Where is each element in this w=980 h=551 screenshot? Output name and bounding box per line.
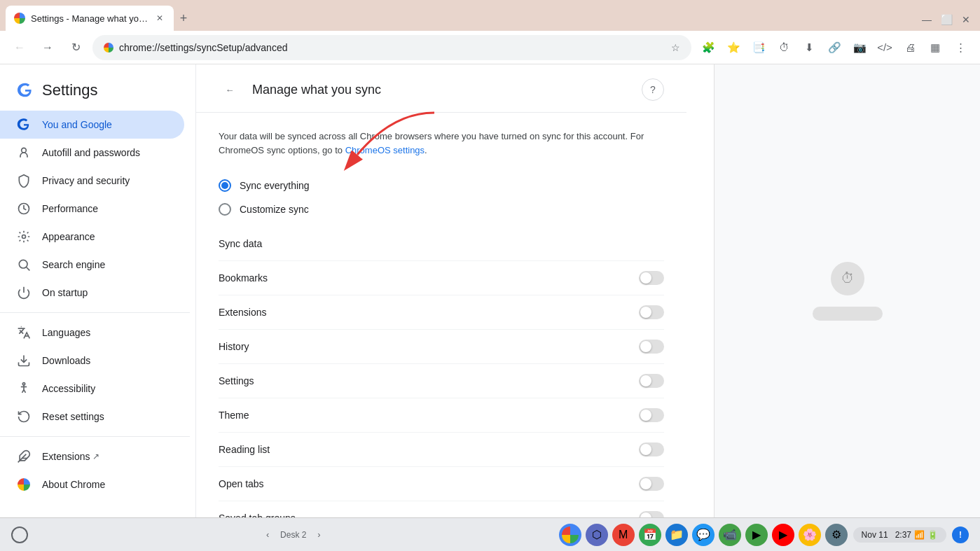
sidebar-item-accessibility[interactable]: Accessibility: [0, 375, 184, 403]
sync-everything-option[interactable]: Sync everything: [219, 174, 664, 197]
sidebar-item-about-chrome[interactable]: About Chrome: [0, 470, 184, 498]
sync-item-extensions: Extensions: [219, 295, 664, 329]
settings-toggle[interactable]: [639, 374, 664, 388]
sidebar-item-you-and-google[interactable]: You and Google: [0, 111, 184, 139]
back-button[interactable]: ←: [219, 78, 241, 101]
sidebar-item-autofill[interactable]: Autofill and passwords: [0, 139, 184, 167]
bookmark-star-icon[interactable]: ⭐: [722, 36, 745, 59]
extensions-toggle[interactable]: [639, 305, 664, 319]
toolbar-icons: 🧩 ⭐ 📑 ⏱ ⬇ 🔗 📷 </> 🖨 ▦ ⋮: [697, 36, 972, 59]
sidebar-icon[interactable]: ▦: [924, 36, 946, 59]
saved-tab-groups-toggle[interactable]: [639, 511, 664, 517]
sidebar-item-on-startup[interactable]: On startup: [0, 279, 184, 307]
customize-sync-radio[interactable]: [219, 203, 231, 216]
sidebar-item-label: Appearance: [42, 231, 95, 242]
sidebar-item-appearance[interactable]: Appearance: [0, 223, 184, 251]
wifi-icon: 📶: [914, 530, 925, 540]
customize-sync-option[interactable]: Customize sync: [219, 197, 664, 221]
reading-list-toggle[interactable]: [639, 442, 664, 456]
menu-icon[interactable]: ⋮: [949, 36, 972, 59]
extensions-icon[interactable]: 🧩: [697, 36, 719, 59]
sidebar-item-languages[interactable]: Languages: [0, 319, 184, 347]
print-icon[interactable]: 🖨: [899, 36, 921, 59]
close-button[interactable]: ✕: [958, 11, 974, 28]
sidebar-item-downloads[interactable]: Downloads: [0, 347, 184, 375]
maximize-button[interactable]: ⬜: [938, 11, 955, 28]
taskbar: ‹ Desk 2 › ⬡ M 📅 📁 💬 📹 ▶ ▶ 🌸 ⚙ Nov 11 2:…: [0, 517, 980, 551]
play-app-icon[interactable]: ▶: [745, 524, 768, 546]
history-toggle[interactable]: [639, 340, 664, 354]
sync-item-history: History: [219, 329, 664, 363]
sidebar-item-label: Autofill and passwords: [42, 147, 140, 158]
battery-icon: 🔋: [927, 530, 938, 540]
extensions-label-group: Extensions ↗: [42, 451, 99, 462]
content-wrapper: Settings You and Google Autofill and pa: [0, 64, 980, 517]
downloads-icon[interactable]: ⬇: [798, 36, 820, 59]
open-tabs-toggle[interactable]: [639, 477, 664, 491]
star-icon[interactable]: ☆: [671, 42, 680, 53]
photos-app-icon[interactable]: 🌸: [799, 524, 821, 546]
tab-bar: Settings - Manage what you sy ✕ + — ⬜ ✕: [0, 0, 980, 31]
sync-everything-label: Sync everything: [240, 180, 310, 191]
chrome-app-icon[interactable]: [559, 524, 581, 546]
back-button[interactable]: ←: [8, 36, 31, 59]
manage-sync-panel: ← Manage what you sync ? Your data will …: [196, 64, 686, 517]
taskbar-apps: ⬡ M 📅 📁 💬 📹 ▶ ▶ 🌸 ⚙: [559, 524, 848, 546]
new-tab-button[interactable]: +: [174, 8, 193, 28]
settings-app-icon[interactable]: ⚙: [825, 524, 848, 546]
svg-point-7: [22, 383, 25, 385]
svg-point-2: [22, 235, 26, 239]
sidebar-item-search-engine[interactable]: Search engine: [0, 251, 184, 279]
sync-item-label: Open tabs: [219, 478, 264, 489]
history-icon[interactable]: ⏱: [773, 36, 795, 59]
launcher-button[interactable]: [11, 526, 28, 543]
code-icon[interactable]: </>: [874, 36, 896, 59]
desk-nav-left[interactable]: ‹: [261, 528, 275, 542]
sync-item-label: Reading list: [219, 444, 270, 455]
appearance-icon: [17, 230, 31, 244]
sync-item-label: Theme: [219, 410, 249, 421]
tab-search-icon[interactable]: 📑: [747, 36, 770, 59]
reload-button[interactable]: ↻: [64, 36, 87, 59]
help-button[interactable]: ?: [642, 78, 664, 101]
tab-close-button[interactable]: ✕: [154, 13, 165, 24]
sidebar-item-reset[interactable]: Reset settings: [0, 403, 184, 431]
assistant-app-icon[interactable]: ⬡: [586, 524, 608, 546]
sync-everything-radio[interactable]: [219, 179, 231, 192]
sync-item-label: Bookmarks: [219, 272, 268, 284]
sidebar-item-performance[interactable]: Performance: [0, 195, 184, 223]
chromeos-settings-link[interactable]: ChromeOS settings: [345, 145, 425, 155]
youtube-app-icon[interactable]: ▶: [772, 524, 794, 546]
account-icon[interactable]: !: [952, 526, 969, 543]
taskbar-left: [11, 526, 28, 543]
meet-app-icon[interactable]: 📹: [719, 524, 741, 546]
system-tray[interactable]: Nov 11 2:37 📶 🔋: [853, 527, 946, 543]
minimize-button[interactable]: —: [918, 11, 935, 28]
gmail-app-icon[interactable]: M: [612, 524, 635, 546]
sidebar-item-label: Extensions: [42, 451, 90, 462]
calendar-app-icon[interactable]: 📅: [639, 524, 661, 546]
toolbar: ← → ↻ chrome://settings/syncSetup/advanc…: [0, 31, 980, 64]
sidebar-item-extensions[interactable]: Extensions ↗: [0, 442, 184, 470]
active-tab[interactable]: Settings - Manage what you sy ✕: [6, 6, 174, 31]
right-panel-bar: [813, 307, 883, 321]
link-icon[interactable]: 🔗: [823, 36, 846, 59]
languages-icon: [17, 326, 31, 340]
teams-app-icon[interactable]: 💬: [692, 524, 715, 546]
theme-toggle[interactable]: [639, 408, 664, 422]
sync-data-section: Sync data Bookmarks Extensions History: [219, 238, 664, 517]
sidebar-item-label: About Chrome: [42, 479, 105, 490]
forward-button[interactable]: →: [36, 36, 59, 59]
sidebar-item-label: Performance: [42, 203, 98, 214]
files-app-icon[interactable]: 📁: [665, 524, 688, 546]
sidebar-item-label: Search engine: [42, 259, 105, 270]
address-bar[interactable]: chrome://settings/syncSetup/advanced ☆: [92, 35, 691, 60]
tab-favicon: [14, 13, 25, 24]
screenshot-icon[interactable]: 📷: [848, 36, 871, 59]
bookmarks-toggle[interactable]: [639, 271, 664, 285]
desk-nav-right[interactable]: ›: [312, 528, 326, 542]
sidebar-item-label: Downloads: [42, 355, 90, 366]
sync-item-label: Saved tab groups: [219, 512, 296, 517]
sync-item-open-tabs: Open tabs: [219, 466, 664, 501]
sidebar-item-privacy[interactable]: Privacy and security: [0, 167, 184, 195]
